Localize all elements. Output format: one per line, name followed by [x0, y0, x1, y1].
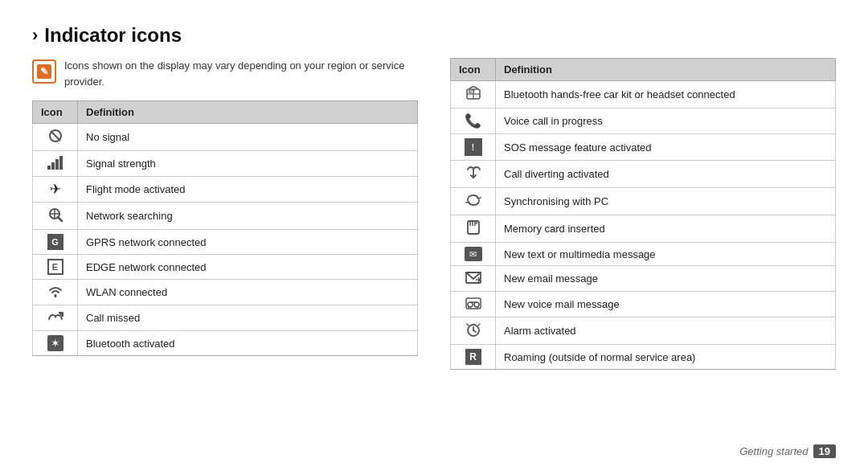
svg-rect-18	[468, 221, 479, 234]
edge-icon: E	[47, 259, 63, 275]
icon-cell-wlan	[33, 280, 78, 305]
notice-text: Icons shown on the display may vary depe…	[64, 58, 418, 89]
svg-rect-4	[55, 159, 59, 170]
voice-call-label: Voice call in progress	[496, 109, 836, 134]
icon-cell-sync	[451, 188, 496, 215]
bt-car-icon: BT	[465, 85, 482, 101]
new-voicemail-label: New voice mail message	[496, 292, 836, 317]
svg-rect-3	[51, 162, 55, 170]
icon-cell-edge: E	[33, 255, 78, 280]
svg-line-36	[467, 324, 469, 326]
title-chevron: ›	[32, 25, 38, 46]
table-row: ✉ New text or multimedia message	[451, 243, 836, 266]
table-row: Call missed	[33, 305, 418, 331]
table-row: Signal strength	[33, 151, 418, 177]
call-divert-label: Call diverting activated	[496, 161, 836, 188]
call-divert-icon	[465, 165, 482, 181]
icon-cell-alarm	[451, 317, 496, 345]
table-row: BT Bluetooth hands-free car kit or heads…	[451, 81, 836, 109]
svg-line-35	[473, 330, 476, 332]
table-row: Alarm activated	[451, 317, 836, 345]
left-column: ✎ Icons shown on the display may vary de…	[32, 58, 418, 455]
call-missed-icon	[47, 309, 64, 324]
table-row: E EDGE network connected	[33, 255, 418, 280]
page-number: 19	[813, 444, 836, 458]
bluetooth-icon: ✶	[47, 335, 63, 351]
network-search-label: Network searching	[78, 203, 418, 230]
icon-cell-voice-call: 📞	[451, 109, 496, 134]
page-footer: Getting started 19	[739, 444, 836, 458]
alarm-icon	[465, 322, 482, 338]
table-row: R Roaming (outside of normal service are…	[451, 345, 836, 370]
table-row: Call diverting activated	[451, 161, 836, 188]
right-col1-header: Icon	[451, 59, 496, 81]
memory-card-label: Memory card inserted	[496, 215, 836, 243]
new-sms-icon: ✉	[465, 247, 482, 261]
new-sms-label: New text or multimedia message	[496, 243, 836, 266]
gprs-icon: G	[47, 234, 63, 250]
sos-label: SOS message feature activated	[496, 134, 836, 161]
signal-strength-label: Signal strength	[78, 151, 418, 177]
new-email-icon	[465, 270, 482, 285]
svg-line-37	[478, 324, 480, 326]
icon-cell-gprs: G	[33, 230, 78, 255]
icon-cell-new-sms: ✉	[451, 243, 496, 266]
icon-cell-call-divert	[451, 161, 496, 188]
table-row: Memory card inserted	[451, 215, 836, 243]
table-row: New voice mail message	[451, 292, 836, 317]
table-row: No signal	[33, 124, 418, 151]
no-signal-label: No signal	[78, 124, 418, 151]
svg-point-10	[54, 295, 56, 297]
icon-cell-network	[33, 203, 78, 230]
notice-icon: ✎	[32, 59, 56, 84]
right-column: Icon Definition BT	[450, 58, 836, 455]
footer-label: Getting started	[739, 445, 808, 457]
notice-box: ✎ Icons shown on the display may vary de…	[32, 58, 418, 89]
table-row: ✶ Bluetooth activated	[33, 331, 418, 356]
voice-call-icon: 📞	[465, 113, 481, 129]
network-search-icon	[47, 207, 63, 223]
svg-rect-5	[59, 156, 63, 170]
icon-cell-memory-card	[451, 215, 496, 243]
wlan-label: WLAN connected	[78, 280, 418, 305]
memory-card-icon	[465, 219, 481, 236]
sos-icon: !	[465, 138, 482, 156]
table-row: 📞 Voice call in progress	[451, 109, 836, 134]
table-row: Network searching	[33, 203, 418, 230]
bluetooth-label: Bluetooth activated	[78, 331, 418, 356]
icon-cell-bt-car: BT	[451, 81, 496, 109]
icon-cell-call-missed	[33, 305, 78, 331]
bt-car-label: Bluetooth hands-free car kit or headset …	[496, 81, 836, 109]
icon-cell-flight: ✈	[33, 177, 78, 203]
sync-pc-icon	[465, 192, 482, 208]
voicemail-icon	[465, 296, 482, 310]
table-row: New email message	[451, 266, 836, 292]
wlan-icon	[47, 284, 64, 298]
table-row: ✈ Flight mode activated	[33, 177, 418, 203]
right-col2-header: Definition	[496, 59, 836, 81]
icon-cell-voicemail	[451, 292, 496, 317]
svg-point-28	[468, 302, 473, 307]
gprs-label: GPRS network connected	[78, 230, 418, 255]
icon-cell-new-email	[451, 266, 496, 292]
signal-strength-icon	[47, 155, 63, 170]
icon-cell-signal	[33, 151, 78, 177]
new-email-label: New email message	[496, 266, 836, 292]
flight-label: Flight mode activated	[78, 177, 418, 203]
call-missed-label: Call missed	[78, 305, 418, 331]
edge-label: EDGE network connected	[78, 255, 418, 280]
svg-line-7	[58, 217, 62, 221]
table-row: WLAN connected	[33, 280, 418, 305]
sync-pc-label: Synchronising with PC	[496, 188, 836, 215]
right-icon-table: Icon Definition BT	[450, 58, 836, 370]
flight-icon: ✈	[50, 182, 61, 197]
icon-cell-bluetooth: ✶	[33, 331, 78, 356]
no-signal-icon	[47, 128, 63, 144]
table-row: Synchronising with PC	[451, 188, 836, 215]
left-icon-table: Icon Definition	[32, 100, 418, 356]
svg-line-1	[51, 131, 60, 141]
svg-rect-2	[47, 166, 51, 170]
svg-text:BT: BT	[469, 89, 475, 94]
page-title: Indicator icons	[44, 24, 182, 47]
icon-cell-roaming: R	[451, 345, 496, 370]
